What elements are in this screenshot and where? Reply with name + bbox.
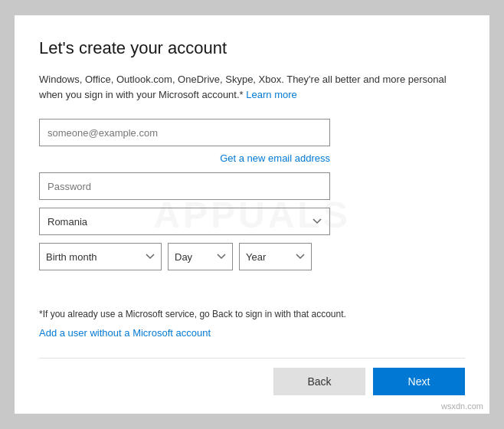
email-input[interactable] (39, 119, 330, 146)
day-select[interactable]: Day 1 2 3 4 5 15 20 25 31 (168, 243, 233, 270)
password-input[interactable] (39, 172, 330, 200)
description-body: Windows, Office, Outlook.com, OneDrive, … (39, 74, 447, 100)
button-row: Back Next (39, 358, 465, 395)
birth-date-row: Birth month January February March April… (39, 243, 465, 270)
get-new-email-container: Get a new email address (39, 151, 330, 165)
year-select[interactable]: Year 2024 2023 2000 1995 1990 1985 1980 (239, 243, 312, 270)
description-text: Windows, Office, Outlook.com, OneDrive, … (39, 72, 465, 102)
add-user-link-container: Add a user without a Microsoft account (39, 326, 465, 339)
page-title: Let's create your account (39, 38, 465, 58)
footer-note: *If you already use a Microsoft service,… (39, 309, 465, 319)
next-button[interactable]: Next (373, 368, 465, 395)
birth-month-select[interactable]: Birth month January February March April… (39, 243, 162, 270)
create-account-dialog: APPUALS Let's create your account Window… (15, 15, 489, 414)
get-new-email-link[interactable]: Get a new email address (220, 152, 330, 164)
site-watermark: wsxdn.com (441, 401, 483, 411)
spacer (39, 278, 465, 309)
add-user-link[interactable]: Add a user without a Microsoft account (39, 327, 211, 339)
learn-more-link[interactable]: Learn more (246, 89, 296, 100)
back-button[interactable]: Back (273, 368, 365, 395)
country-select[interactable]: Romania United States United Kingdom Fra… (39, 208, 330, 235)
